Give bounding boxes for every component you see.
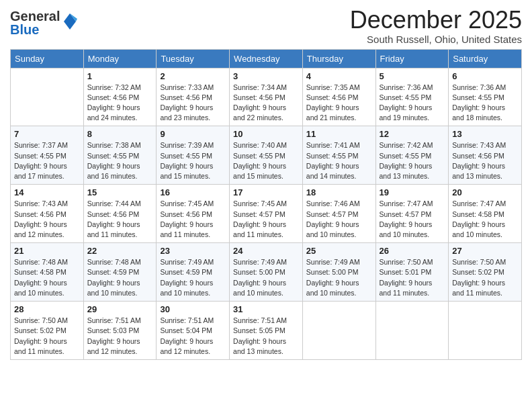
weekday-header: Thursday — [302, 49, 375, 68]
day-number: 27 — [452, 246, 518, 256]
month-title: December 2025 — [350, 7, 522, 34]
day-info: Sunrise: 7:45 AM Sunset: 4:56 PM Dayligh… — [160, 199, 226, 240]
day-number: 4 — [306, 71, 372, 81]
day-number: 3 — [233, 71, 299, 81]
day-info: Sunrise: 7:32 AM Sunset: 4:56 PM Dayligh… — [87, 83, 153, 124]
day-info: Sunrise: 7:48 AM Sunset: 4:58 PM Dayligh… — [14, 257, 80, 298]
day-number: 24 — [233, 246, 299, 256]
calendar-cell: 2Sunrise: 7:33 AM Sunset: 4:56 PM Daylig… — [157, 68, 230, 126]
day-number: 11 — [306, 129, 372, 139]
day-number: 6 — [452, 71, 518, 81]
day-number: 30 — [160, 304, 226, 314]
calendar-cell: 21Sunrise: 7:48 AM Sunset: 4:58 PM Dayli… — [11, 243, 84, 302]
weekday-header: Sunday — [11, 49, 84, 68]
calendar-cell: 24Sunrise: 7:49 AM Sunset: 5:00 PM Dayli… — [230, 243, 303, 302]
day-info: Sunrise: 7:45 AM Sunset: 4:57 PM Dayligh… — [233, 199, 299, 240]
day-info: Sunrise: 7:49 AM Sunset: 4:59 PM Dayligh… — [160, 257, 226, 298]
calendar-week-row: 1Sunrise: 7:32 AM Sunset: 4:56 PM Daylig… — [11, 68, 522, 126]
calendar-cell: 30Sunrise: 7:51 AM Sunset: 5:04 PM Dayli… — [157, 302, 230, 360]
day-number: 29 — [87, 304, 153, 314]
title-area: December 2025 South Russell, Ohio, Unite… — [350, 7, 522, 45]
calendar-cell: 11Sunrise: 7:41 AM Sunset: 4:55 PM Dayli… — [302, 126, 375, 185]
day-number: 2 — [160, 71, 226, 81]
day-info: Sunrise: 7:51 AM Sunset: 5:05 PM Dayligh… — [233, 316, 299, 357]
calendar-week-row: 14Sunrise: 7:43 AM Sunset: 4:56 PM Dayli… — [11, 185, 522, 243]
calendar-cell: 8Sunrise: 7:38 AM Sunset: 4:55 PM Daylig… — [83, 126, 157, 185]
day-number: 12 — [380, 129, 445, 139]
day-info: Sunrise: 7:43 AM Sunset: 4:56 PM Dayligh… — [452, 140, 518, 181]
calendar-cell: 20Sunrise: 7:47 AM Sunset: 4:58 PM Dayli… — [449, 185, 522, 243]
day-info: Sunrise: 7:49 AM Sunset: 5:00 PM Dayligh… — [233, 257, 299, 298]
header: General Blue December 2025 South Russell… — [10, 7, 522, 45]
calendar-cell — [449, 302, 522, 360]
calendar-cell: 23Sunrise: 7:49 AM Sunset: 4:59 PM Dayli… — [157, 243, 230, 302]
day-info: Sunrise: 7:36 AM Sunset: 4:55 PM Dayligh… — [452, 83, 518, 124]
logo-icon — [62, 12, 77, 31]
day-info: Sunrise: 7:40 AM Sunset: 4:55 PM Dayligh… — [233, 140, 299, 181]
day-info: Sunrise: 7:47 AM Sunset: 4:57 PM Dayligh… — [380, 199, 445, 240]
day-info: Sunrise: 7:43 AM Sunset: 4:56 PM Dayligh… — [14, 199, 80, 240]
calendar-cell: 13Sunrise: 7:43 AM Sunset: 4:56 PM Dayli… — [449, 126, 522, 185]
day-number: 26 — [380, 246, 445, 256]
day-info: Sunrise: 7:46 AM Sunset: 4:57 PM Dayligh… — [306, 199, 372, 240]
calendar-cell: 25Sunrise: 7:49 AM Sunset: 5:00 PM Dayli… — [302, 243, 375, 302]
day-number: 22 — [87, 246, 153, 256]
day-number: 5 — [380, 71, 445, 81]
calendar-cell: 10Sunrise: 7:40 AM Sunset: 4:55 PM Dayli… — [230, 126, 303, 185]
weekday-header: Friday — [375, 49, 449, 68]
day-number: 17 — [233, 187, 299, 197]
logo-general-text: General — [10, 9, 60, 23]
day-number: 9 — [160, 129, 226, 139]
weekday-header: Monday — [83, 49, 157, 68]
calendar-cell: 15Sunrise: 7:44 AM Sunset: 4:56 PM Dayli… — [83, 185, 157, 243]
day-info: Sunrise: 7:35 AM Sunset: 4:56 PM Dayligh… — [306, 83, 372, 124]
calendar-cell: 6Sunrise: 7:36 AM Sunset: 4:55 PM Daylig… — [449, 68, 522, 126]
calendar-cell: 14Sunrise: 7:43 AM Sunset: 4:56 PM Dayli… — [11, 185, 84, 243]
calendar: SundayMondayTuesdayWednesdayThursdayFrid… — [10, 49, 522, 360]
day-info: Sunrise: 7:50 AM Sunset: 5:01 PM Dayligh… — [380, 257, 445, 298]
day-number: 8 — [87, 129, 153, 139]
day-number: 20 — [452, 187, 518, 197]
calendar-cell: 22Sunrise: 7:48 AM Sunset: 4:59 PM Dayli… — [83, 243, 157, 302]
subtitle: South Russell, Ohio, United States — [350, 34, 522, 45]
calendar-week-row: 21Sunrise: 7:48 AM Sunset: 4:58 PM Dayli… — [11, 243, 522, 302]
weekday-header: Saturday — [449, 49, 522, 68]
calendar-cell: 4Sunrise: 7:35 AM Sunset: 4:56 PM Daylig… — [302, 68, 375, 126]
day-number: 16 — [160, 187, 226, 197]
calendar-cell: 28Sunrise: 7:50 AM Sunset: 5:02 PM Dayli… — [11, 302, 84, 360]
day-number: 1 — [87, 71, 153, 81]
calendar-cell: 31Sunrise: 7:51 AM Sunset: 5:05 PM Dayli… — [230, 302, 303, 360]
day-info: Sunrise: 7:39 AM Sunset: 4:55 PM Dayligh… — [160, 140, 226, 181]
day-info: Sunrise: 7:51 AM Sunset: 5:03 PM Dayligh… — [87, 316, 153, 357]
day-number: 21 — [14, 246, 80, 256]
calendar-cell: 3Sunrise: 7:34 AM Sunset: 4:56 PM Daylig… — [230, 68, 303, 126]
day-info: Sunrise: 7:36 AM Sunset: 4:55 PM Dayligh… — [380, 83, 445, 124]
calendar-cell — [302, 302, 375, 360]
day-info: Sunrise: 7:41 AM Sunset: 4:55 PM Dayligh… — [306, 140, 372, 181]
calendar-week-row: 28Sunrise: 7:50 AM Sunset: 5:02 PM Dayli… — [11, 302, 522, 360]
weekday-header: Tuesday — [157, 49, 230, 68]
day-info: Sunrise: 7:49 AM Sunset: 5:00 PM Dayligh… — [306, 257, 372, 298]
calendar-cell: 27Sunrise: 7:50 AM Sunset: 5:02 PM Dayli… — [449, 243, 522, 302]
calendar-week-row: 7Sunrise: 7:37 AM Sunset: 4:55 PM Daylig… — [11, 126, 522, 185]
calendar-cell: 12Sunrise: 7:42 AM Sunset: 4:55 PM Dayli… — [375, 126, 449, 185]
calendar-cell: 29Sunrise: 7:51 AM Sunset: 5:03 PM Dayli… — [83, 302, 157, 360]
calendar-cell: 18Sunrise: 7:46 AM Sunset: 4:57 PM Dayli… — [302, 185, 375, 243]
logo-blue-text: Blue — [10, 23, 60, 36]
day-info: Sunrise: 7:50 AM Sunset: 5:02 PM Dayligh… — [452, 257, 518, 298]
calendar-cell: 19Sunrise: 7:47 AM Sunset: 4:57 PM Dayli… — [375, 185, 449, 243]
calendar-cell: 7Sunrise: 7:37 AM Sunset: 4:55 PM Daylig… — [11, 126, 84, 185]
day-info: Sunrise: 7:47 AM Sunset: 4:58 PM Dayligh… — [452, 199, 518, 240]
weekday-header-row: SundayMondayTuesdayWednesdayThursdayFrid… — [11, 49, 522, 68]
calendar-cell: 1Sunrise: 7:32 AM Sunset: 4:56 PM Daylig… — [83, 68, 157, 126]
day-info: Sunrise: 7:42 AM Sunset: 4:55 PM Dayligh… — [380, 140, 445, 181]
day-info: Sunrise: 7:37 AM Sunset: 4:55 PM Dayligh… — [14, 140, 80, 181]
calendar-cell: 17Sunrise: 7:45 AM Sunset: 4:57 PM Dayli… — [230, 185, 303, 243]
day-info: Sunrise: 7:34 AM Sunset: 4:56 PM Dayligh… — [233, 83, 299, 124]
calendar-cell: 16Sunrise: 7:45 AM Sunset: 4:56 PM Dayli… — [157, 185, 230, 243]
day-number: 19 — [380, 187, 445, 197]
calendar-cell: 5Sunrise: 7:36 AM Sunset: 4:55 PM Daylig… — [375, 68, 449, 126]
day-number: 7 — [14, 129, 80, 139]
day-number: 18 — [306, 187, 372, 197]
day-number: 31 — [233, 304, 299, 314]
